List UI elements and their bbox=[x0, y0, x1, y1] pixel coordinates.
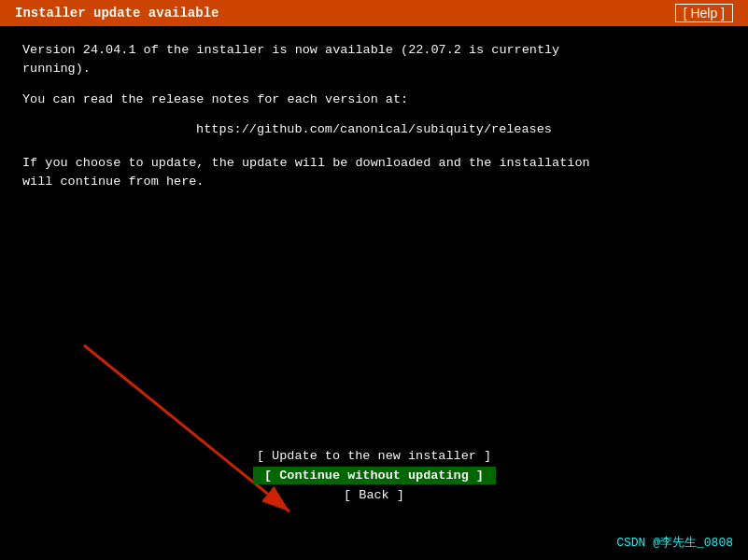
title-bar: Installer update available [ Help ] bbox=[0, 0, 748, 26]
help-button[interactable]: [ Help ] bbox=[675, 4, 733, 22]
version-line: Version 24.04.1 of the installer is now … bbox=[22, 41, 726, 79]
watermark: CSDN @李先生_0808 bbox=[616, 534, 733, 551]
url-line: https://github.com/canonical/subiquity/r… bbox=[22, 120, 726, 139]
buttons-area: [ Update to the new installer ] [ Contin… bbox=[0, 447, 748, 504]
update-button[interactable]: [ Update to the new installer ] bbox=[253, 447, 496, 465]
continue-button[interactable]: [ Continue without updating ] bbox=[253, 467, 496, 484]
update-description: If you choose to update, the update will… bbox=[22, 154, 726, 192]
back-button[interactable]: [ Back ] bbox=[253, 486, 496, 504]
title-text: Installer update available bbox=[15, 6, 219, 21]
content-area: Version 24.04.1 of the installer is now … bbox=[0, 26, 748, 218]
terminal-window: Installer update available [ Help ] Vers… bbox=[0, 0, 748, 560]
release-notes-intro: You can read the release notes for each … bbox=[22, 91, 726, 109]
